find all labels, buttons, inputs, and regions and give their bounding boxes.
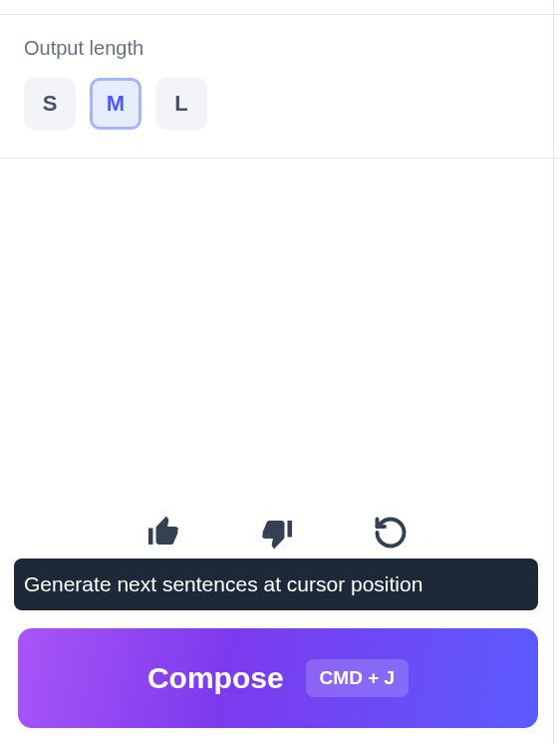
- compose-row: Compose CMD + J: [18, 628, 538, 728]
- length-option-l[interactable]: L: [155, 78, 207, 130]
- compose-tooltip: Generate next sentences at cursor positi…: [14, 558, 538, 610]
- feedback-row: [0, 513, 554, 553]
- output-length-label: Output length: [24, 37, 536, 60]
- thumbs-up-icon[interactable]: [143, 513, 183, 553]
- length-option-m[interactable]: M: [90, 78, 141, 130]
- output-length-section: Output length S M L: [0, 14, 560, 159]
- compose-label: Compose: [147, 661, 284, 695]
- compose-button[interactable]: Compose CMD + J: [18, 628, 538, 728]
- length-option-s[interactable]: S: [24, 78, 76, 130]
- output-length-options: S M L: [24, 78, 536, 130]
- compose-shortcut: CMD + J: [306, 659, 410, 697]
- thumbs-down-icon[interactable]: [257, 513, 297, 553]
- regenerate-icon[interactable]: [371, 513, 411, 553]
